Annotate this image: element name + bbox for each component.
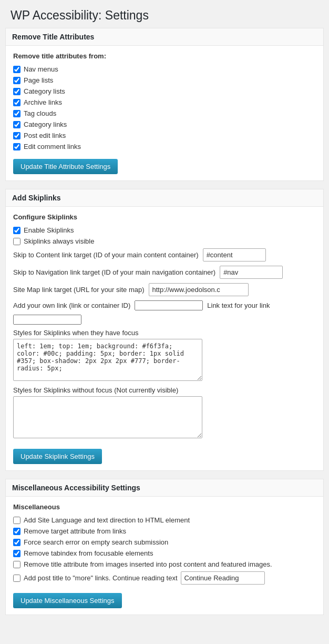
own-link-input[interactable] (135, 300, 203, 310)
checkbox-tag-clouds: Tag clouds (13, 109, 316, 117)
checkbox-post-edit-links: Post edit links (13, 132, 316, 139)
skiplinks-visible-checkbox[interactable] (13, 238, 20, 245)
archive-links-checkbox[interactable] (13, 99, 20, 106)
category-links-label: Category links (24, 120, 67, 128)
nav-menus-checkbox[interactable] (13, 66, 20, 73)
skiplinks-subtitle: Configure Skiplinks (13, 213, 316, 221)
checkbox-skiplinks-visible: Skiplinks always visible (13, 237, 316, 245)
tag-clouds-label: Tag clouds (24, 109, 56, 117)
skip-content-input[interactable] (203, 248, 266, 261)
style-focus-textarea[interactable]: left: 1em; top: 1em; background: #f6f3fa… (13, 339, 202, 381)
more-links-checkbox[interactable] (13, 575, 20, 582)
style-nofocus-textarea[interactable] (13, 396, 202, 438)
checkbox-edit-comment-links: Edit comment links (13, 143, 316, 150)
link-text-input[interactable] (13, 315, 81, 325)
remove-title-img-checkbox[interactable] (13, 561, 20, 568)
search-error-checkbox[interactable] (13, 539, 20, 546)
site-lang-label: Add Site Language and text direction to … (24, 516, 190, 524)
skip-content-row: Skip to Content link target (ID of your … (13, 248, 316, 261)
style-focus-label: Styles for Skiplinks when they have focu… (13, 329, 316, 337)
archive-links-label: Archive links (24, 98, 62, 106)
skip-nav-label: Skip to Navigation link target (ID of yo… (13, 268, 215, 276)
remove-title-header: Remove Title Attributes (6, 28, 323, 46)
misc-header: Miscellaneous Accessibility Settings (6, 479, 323, 497)
checkbox-search-error: Force search error on empty search submi… (13, 538, 316, 546)
link-text-label: Link text for your link (207, 301, 270, 309)
remove-title-img-label: Remove title attribute from images inser… (24, 560, 272, 568)
edit-comment-links-label: Edit comment links (24, 143, 81, 150)
skiplinks-header: Add Skiplinks (6, 189, 323, 207)
continue-reading-input[interactable] (181, 571, 265, 585)
enable-skiplinks-checkbox[interactable] (13, 227, 20, 234)
page-lists-checkbox[interactable] (13, 77, 20, 84)
checkbox-remove-title-img: Remove title attribute from images inser… (13, 560, 316, 568)
checkbox-category-links: Category links (13, 120, 316, 128)
search-error-label: Force search error on empty search submi… (24, 538, 168, 546)
sitemap-row: Site Map link target (URL for your site … (13, 283, 316, 296)
tag-clouds-checkbox[interactable] (13, 110, 20, 117)
skip-nav-row: Skip to Navigation link target (ID of yo… (13, 266, 316, 279)
skiplinks-section: Add Skiplinks Configure Skiplinks Enable… (5, 189, 324, 471)
enable-skiplinks-label: Enable Skiplinks (24, 226, 74, 234)
remove-title-subtitle: Remove title attributes from: (13, 52, 316, 60)
remove-target-label: Remove target attribute from links (24, 527, 126, 535)
skip-content-label: Skip to Content link target (ID of your … (13, 251, 199, 259)
checkbox-page-lists: Page lists (13, 76, 316, 84)
update-misc-button[interactable]: Update Miscellaneous Settings (13, 593, 122, 608)
misc-section: Miscellaneous Accessibility Settings Mis… (5, 479, 324, 615)
sitemap-label: Site Map link target (URL for your site … (13, 286, 145, 294)
checkbox-nav-menus: Nav menus (13, 65, 316, 73)
checkbox-archive-links: Archive links (13, 98, 316, 106)
category-lists-checkbox[interactable] (13, 88, 20, 95)
checkbox-remove-tabindex: Remove tabindex from focusable elements (13, 549, 316, 557)
skiplinks-visible-label: Skiplinks always visible (24, 237, 94, 245)
remove-tabindex-checkbox[interactable] (13, 550, 20, 557)
remove-title-section: Remove Title Attributes Remove title att… (5, 28, 324, 181)
checkbox-category-lists: Category lists (13, 87, 316, 95)
page-lists-label: Page lists (24, 76, 53, 84)
site-lang-checkbox[interactable] (13, 517, 20, 524)
post-edit-links-checkbox[interactable] (13, 132, 20, 139)
sitemap-input[interactable] (149, 283, 249, 296)
style-nofocus-label: Styles for Skiplinks without focus (Not … (13, 386, 316, 394)
own-link-label: Add your own link (link or container ID) (13, 301, 130, 309)
remove-tabindex-label: Remove tabindex from focusable elements (24, 549, 153, 557)
post-edit-links-label: Post edit links (24, 132, 66, 139)
checkbox-enable-skiplinks: Enable Skiplinks (13, 226, 316, 234)
update-title-button[interactable]: Update Title Attribute Settings (13, 159, 118, 174)
update-skiplink-button[interactable]: Update Skiplink Settings (13, 449, 102, 464)
category-links-checkbox[interactable] (13, 121, 20, 128)
more-links-row: Add post title to "more" links. Continue… (13, 571, 316, 585)
edit-comment-links-checkbox[interactable] (13, 143, 20, 150)
more-links-label: Add post title to "more" links. Continue… (24, 574, 178, 582)
category-lists-label: Category lists (24, 87, 65, 95)
checkbox-site-lang: Add Site Language and text direction to … (13, 516, 316, 524)
nav-menus-label: Nav menus (24, 65, 58, 73)
misc-subtitle: Miscellaneous (13, 503, 316, 511)
skip-nav-input[interactable] (220, 266, 283, 279)
page-title: WP Accessibility: Settings (0, 0, 329, 28)
remove-target-checkbox[interactable] (13, 528, 20, 535)
own-link-row: Add your own link (link or container ID)… (13, 300, 316, 325)
checkbox-remove-target: Remove target attribute from links (13, 527, 316, 535)
